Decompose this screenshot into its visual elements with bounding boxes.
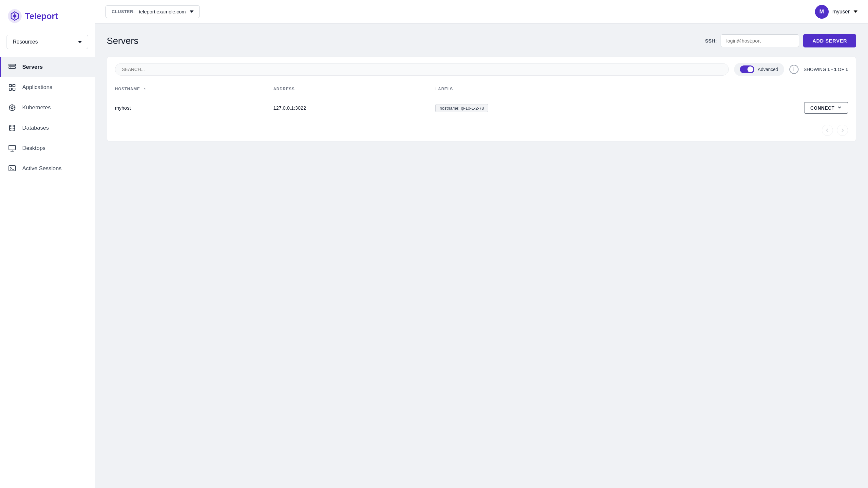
sidebar: Teleport Resources Servers	[0, 0, 95, 488]
advanced-toggle-switch[interactable]	[740, 65, 754, 73]
desktops-label: Desktops	[22, 145, 45, 152]
advanced-label: Advanced	[757, 67, 778, 72]
connect-label: CONNECT	[810, 105, 835, 110]
address-column-header: ADDRESS	[265, 82, 428, 96]
sidebar-item-applications[interactable]: Applications	[0, 77, 95, 98]
next-page-icon	[840, 128, 845, 133]
sidebar-item-databases[interactable]: Databases	[0, 118, 95, 138]
logo-area: Teleport	[0, 0, 95, 32]
cluster-chevron-icon	[190, 10, 193, 13]
active-sessions-label: Active Sessions	[22, 165, 62, 172]
page-header: Servers SSH: ADD SERVER	[107, 34, 856, 47]
content-area: Servers SSH: ADD SERVER Advanced i	[95, 24, 868, 488]
labels-column-header: LABELS	[428, 82, 656, 96]
resources-dropdown[interactable]: Resources	[6, 35, 88, 49]
sidebar-item-kubernetes[interactable]: Kubernetes	[0, 98, 95, 118]
hostname-column-header: HOSTNAME	[107, 82, 265, 96]
sort-icon	[143, 87, 147, 91]
label-badge: hostname: ip-10-1-2-78	[435, 104, 488, 112]
active-sessions-icon	[8, 164, 17, 173]
actions-column-header	[656, 82, 856, 96]
hostname-header-text: HOSTNAME	[115, 87, 147, 91]
cluster-label: CLUSTER:	[112, 9, 135, 14]
svg-rect-14	[9, 166, 16, 171]
svg-point-11	[11, 107, 13, 109]
applications-icon	[8, 83, 17, 92]
servers-table: HOSTNAME ADDRESS LABELS myhost	[107, 82, 856, 120]
prev-page-button[interactable]	[822, 125, 833, 136]
svg-point-4	[10, 65, 10, 65]
info-icon[interactable]: i	[789, 65, 799, 74]
prev-page-icon	[825, 128, 830, 133]
sidebar-item-servers[interactable]: Servers	[0, 57, 95, 77]
user-avatar: M	[815, 5, 829, 19]
table-toolbar: Advanced i SHOWING 1 - 1 OF 1	[107, 57, 856, 82]
showing-range: 1 - 1	[827, 67, 837, 72]
svg-rect-6	[9, 85, 11, 87]
svg-point-12	[9, 125, 15, 127]
svg-rect-9	[13, 88, 15, 90]
showing-text: SHOWING 1 - 1 OF 1	[804, 67, 848, 72]
servers-label: Servers	[22, 64, 42, 70]
showing-of: OF	[837, 67, 845, 72]
kubernetes-label: Kubernetes	[22, 104, 51, 111]
logo-text: Teleport	[25, 11, 58, 21]
databases-label: Databases	[22, 125, 49, 131]
showing-total: 1	[845, 67, 848, 72]
address-cell: 127.0.0.1:3022	[265, 96, 428, 120]
connect-dropdown-icon	[837, 105, 842, 110]
server-icon	[8, 63, 17, 71]
sidebar-nav: Servers Applications Kube	[0, 57, 95, 179]
username: myuser	[833, 9, 850, 15]
actions-cell: CONNECT	[656, 96, 856, 120]
desktops-icon	[8, 144, 17, 153]
svg-point-5	[10, 67, 10, 68]
showing-prefix: SHOWING	[804, 67, 827, 72]
page-title: Servers	[107, 36, 138, 46]
table-row: myhost 127.0.0.1:3022 hostname: ip-10-1-…	[107, 96, 856, 120]
cluster-selector[interactable]: CLUSTER: teleport.example.com	[105, 5, 200, 18]
table-header: HOSTNAME ADDRESS LABELS	[107, 82, 856, 96]
kubernetes-icon	[8, 103, 17, 112]
svg-rect-13	[9, 145, 16, 150]
svg-point-1	[13, 14, 17, 18]
table-body: myhost 127.0.0.1:3022 hostname: ip-10-1-…	[107, 96, 856, 120]
applications-label: Applications	[22, 84, 53, 91]
user-area[interactable]: M myuser	[815, 5, 858, 19]
servers-table-container: Advanced i SHOWING 1 - 1 OF 1 HOSTNAME	[107, 57, 856, 141]
connect-btn-area: CONNECT	[664, 102, 848, 113]
sidebar-item-active-sessions[interactable]: Active Sessions	[0, 158, 95, 179]
svg-rect-8	[9, 88, 11, 90]
user-chevron-icon	[854, 10, 858, 13]
labels-cell: hostname: ip-10-1-2-78	[428, 96, 656, 120]
sidebar-item-desktops[interactable]: Desktops	[0, 138, 95, 158]
add-server-button[interactable]: ADD SERVER	[803, 34, 856, 47]
svg-rect-7	[13, 85, 15, 87]
databases-icon	[8, 124, 17, 132]
topbar: CLUSTER: teleport.example.com M myuser	[95, 0, 868, 24]
connect-button[interactable]: CONNECT	[804, 102, 848, 113]
cluster-value: teleport.example.com	[139, 9, 186, 14]
advanced-toggle-area: Advanced	[734, 63, 784, 76]
ssh-input[interactable]	[721, 34, 799, 47]
resources-chevron-icon	[78, 41, 82, 43]
main-content: CLUSTER: teleport.example.com M myuser S…	[95, 0, 868, 488]
teleport-logo-icon	[8, 9, 22, 23]
hostname-cell: myhost	[107, 96, 265, 120]
pagination-area	[107, 120, 856, 141]
toggle-knob	[747, 66, 753, 72]
search-input[interactable]	[115, 63, 729, 75]
ssh-area: SSH: ADD SERVER	[705, 34, 856, 47]
ssh-label: SSH:	[705, 38, 717, 43]
resources-label: Resources	[13, 39, 38, 45]
next-page-button[interactable]	[837, 125, 848, 136]
